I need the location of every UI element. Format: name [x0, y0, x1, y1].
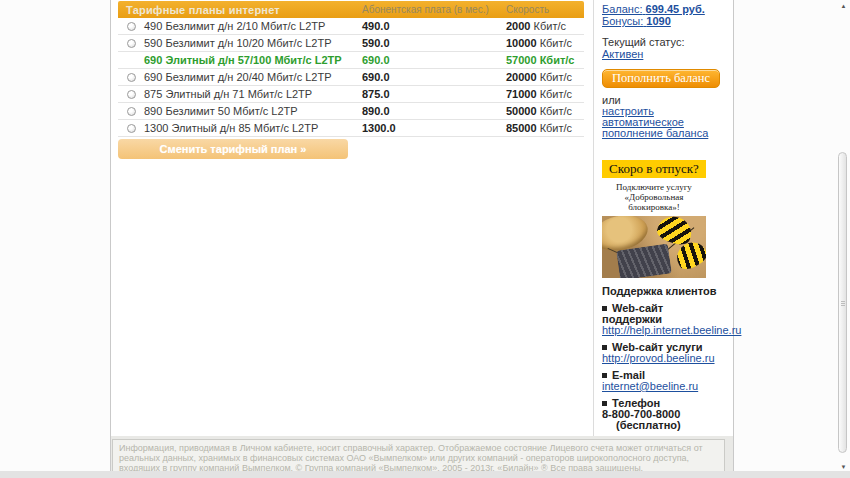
auto-topup-link[interactable]: настроить автоматическое пополнение бала… [602, 106, 725, 139]
status-link[interactable]: Активен [602, 48, 643, 60]
scrollbar-down-arrow-icon[interactable]: ▼ [839, 463, 848, 472]
plan-speed: 10000 Кбит/с [506, 37, 584, 49]
bullet-square-icon [602, 373, 607, 378]
table-row: 890 Безлимит 50 Мбит/с L2TP 890.0 50000 … [118, 103, 584, 120]
plan-fee: 875.0 [362, 88, 506, 100]
plan-name: 590 Безлимит д/н 10/20 Мбит/с L2TP [144, 37, 362, 49]
scrollbar-thumb[interactable] [838, 152, 847, 453]
promo-subtitle: Подключите услугу «Добровольная блокиров… [602, 182, 706, 212]
scrollbar-up-arrow-icon[interactable]: ▲ [839, 2, 848, 11]
column-header-speed: Скорость [506, 4, 584, 15]
vertical-scrollbar[interactable]: ▲ ▼ [837, 0, 849, 478]
plan-radio[interactable] [127, 90, 136, 99]
plan-fee: 890.0 [362, 105, 506, 117]
plan-radio[interactable] [127, 124, 136, 133]
bonus-link[interactable]: Бонусы: 1090 [602, 15, 671, 27]
plan-fee: 590.0 [362, 37, 506, 49]
plan-name: 875 Элитный д/н 71 Мбит/с L2TP [144, 88, 362, 100]
support-item-email: E-mail internet@beeline.ru [602, 370, 725, 392]
plan-fee: 690.0 [362, 71, 506, 83]
support-item-web-support: Web-сайт поддержки http://help.internet.… [602, 303, 725, 336]
table-row: 690 Безлимит д/н 20/40 Мбит/с L2TP 690.0… [118, 69, 584, 86]
plan-radio[interactable] [127, 107, 136, 116]
plan-radio[interactable] [127, 39, 136, 48]
bullet-square-icon [602, 401, 607, 406]
plan-name: 890 Безлимит 50 Мбит/с L2TP [144, 105, 362, 117]
plan-name: 490 Безлимит д/н 2/10 Мбит/с L2TP [144, 20, 362, 32]
page-content: Тарифные планы интернет Абонентская плат… [110, 0, 734, 478]
table-row: 590 Безлимит д/н 10/20 Мбит/с L2TP 590.0… [118, 35, 584, 52]
bottom-strip [0, 471, 850, 478]
balance-link[interactable]: Баланс: 699.45 руб. [602, 3, 705, 15]
plan-fee: 1300.0 [362, 122, 506, 134]
support-site-link[interactable]: http://help.internet.beeline.ru [602, 324, 741, 336]
bonus-line: Бонусы: 1090 [602, 15, 725, 27]
support-item-web-service: Web-сайт услуги http://provod.beeline.ru [602, 342, 725, 364]
scrollbar-grip-icon [841, 301, 845, 306]
topup-balance-button[interactable]: Пополнить баланс [602, 69, 720, 88]
main-column: Тарифные планы интернет Абонентская плат… [111, 0, 593, 436]
status-block: Текущий статус: Активен [602, 36, 725, 60]
phone-note: (бесплатно) [602, 420, 725, 431]
table-row: 875 Элитный д/н 71 Мбит/с L2TP 875.0 710… [118, 86, 584, 103]
status-label: Текущий статус: [602, 36, 725, 48]
tariff-table: Тарифные планы интернет Абонентская плат… [118, 1, 584, 137]
denim-shorts-graphic [616, 244, 672, 278]
tariff-table-title: Тарифные планы интернет [118, 4, 362, 16]
support-heading: Поддержка клиентов [602, 285, 725, 297]
plan-radio[interactable] [127, 22, 136, 31]
bullet-square-icon [602, 345, 607, 350]
plan-name: 690 Безлимит д/н 20/40 Мбит/с L2TP [144, 71, 362, 83]
plan-radio[interactable] [127, 73, 136, 82]
column-header-fee: Абонентская плата (в мес.) [362, 4, 506, 15]
change-tariff-button[interactable]: Сменить тарифный план » [118, 139, 348, 159]
plan-fee: 490.0 [362, 20, 506, 32]
tariff-table-header: Тарифные планы интернет Абонентская плат… [118, 1, 584, 18]
table-row-current-plan: 690 Элитный д/н 57/100 Мбит/с L2TP 690.0… [118, 52, 584, 69]
plan-speed: 20000 Кбит/с [506, 71, 584, 83]
promo-photo-beach-bikini[interactable] [602, 216, 706, 278]
plan-fee: 690.0 [362, 54, 506, 66]
plan-speed: 57000 Кбит/с [506, 54, 584, 66]
support-item-phone: Телефон 8-800-700-8000 (бесплатно) [602, 398, 725, 431]
balance-line: Баланс: 699.45 руб. [602, 3, 725, 15]
plan-speed: 50000 Кбит/с [506, 105, 584, 117]
plan-name: 690 Элитный д/н 57/100 Мбит/с L2TP [144, 54, 362, 66]
plan-speed: 71000 Кбит/с [506, 88, 584, 100]
plan-speed: 2000 Кбит/с [506, 20, 584, 32]
plan-name: 1300 Элитный д/н 85 Мбит/с L2TP [144, 122, 362, 134]
promo-banner[interactable]: Скоро в отпуск? [602, 160, 706, 178]
table-row: 490 Безлимит д/н 2/10 Мбит/с L2TP 490.0 … [118, 18, 584, 35]
table-row: 1300 Элитный д/н 85 Мбит/с L2TP 1300.0 8… [118, 120, 584, 137]
bullet-square-icon [602, 306, 607, 311]
vacation-promo: Скоро в отпуск? Подключите услугу «Добро… [602, 160, 706, 278]
email-link[interactable]: internet@beeline.ru [602, 380, 698, 392]
service-site-link[interactable]: http://provod.beeline.ru [602, 352, 715, 364]
sidebar: Баланс: 699.45 руб. Бонусы: 1090 Текущий… [593, 0, 733, 436]
plan-speed: 85000 Кбит/с [506, 122, 584, 134]
